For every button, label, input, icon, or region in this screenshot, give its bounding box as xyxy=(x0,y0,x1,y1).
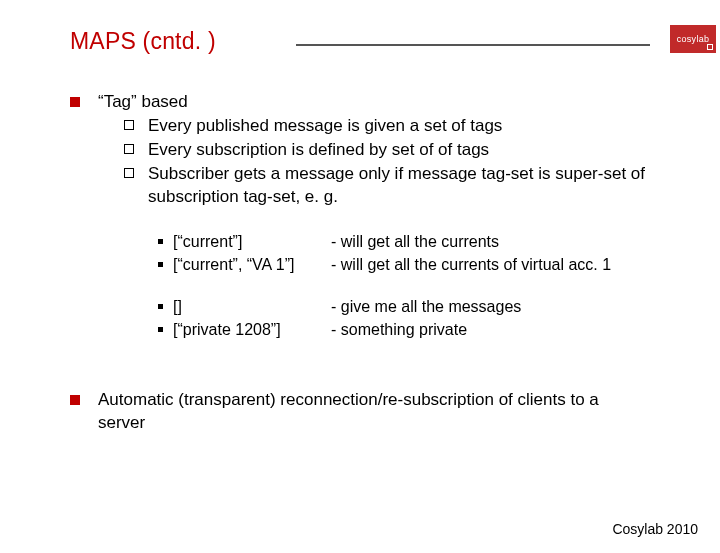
brand-logo: cosylab xyxy=(670,25,716,53)
bullet-text: “Tag” based xyxy=(98,91,650,114)
bullet-level2: Every published message is given a set o… xyxy=(124,115,650,138)
slide: cosylab MAPS (cntd. ) “Tag” based Every … xyxy=(0,0,720,553)
square-bullet-icon xyxy=(70,395,80,405)
example-row: [“current”] - will get all the currents xyxy=(158,231,650,253)
example-group: [“current”] - will get all the currents … xyxy=(158,231,650,276)
open-square-bullet-icon xyxy=(124,120,134,130)
bullet-body: “Tag” based Every published message is g… xyxy=(98,91,650,361)
brand-text: cosylab xyxy=(677,34,710,44)
slide-title: MAPS (cntd. ) xyxy=(70,28,216,55)
bullet-text: Subscriber gets a message only if messag… xyxy=(148,163,650,209)
dot-bullet-icon xyxy=(158,327,163,332)
bullet-level1: “Tag” based Every published message is g… xyxy=(70,91,650,361)
bullet-text: Every published message is given a set o… xyxy=(148,115,650,138)
example-tagset: [“current”] xyxy=(173,231,331,253)
example-tagset: [“private 1208”] xyxy=(173,319,331,341)
bullet-text: Automatic (transparent) reconnection/re-… xyxy=(98,389,650,435)
example-group: [] - give me all the messages [“private … xyxy=(158,296,650,341)
title-underline xyxy=(296,44,650,46)
example-desc: - give me all the messages xyxy=(331,296,650,318)
content: “Tag” based Every published message is g… xyxy=(70,91,650,435)
brand-dot-icon xyxy=(707,44,713,50)
bullet-level1: Automatic (transparent) reconnection/re-… xyxy=(70,389,650,435)
dot-bullet-icon xyxy=(158,239,163,244)
example-desc: - will get all the currents of virtual a… xyxy=(331,254,650,276)
open-square-bullet-icon xyxy=(124,168,134,178)
example-desc: - something private xyxy=(331,319,650,341)
footer-text: Cosylab 2010 xyxy=(612,521,698,537)
examples-block: [“current”] - will get all the currents … xyxy=(158,231,650,341)
open-square-bullet-icon xyxy=(124,144,134,154)
example-tagset: [“current”, “VA 1”] xyxy=(173,254,331,276)
example-tagset: [] xyxy=(173,296,331,318)
dot-bullet-icon xyxy=(158,262,163,267)
example-desc: - will get all the currents xyxy=(331,231,650,253)
bullet-text: Every subscription is defined by set of … xyxy=(148,139,650,162)
example-row: [“private 1208”] - something private xyxy=(158,319,650,341)
title-row: MAPS (cntd. ) xyxy=(70,28,650,55)
dot-bullet-icon xyxy=(158,304,163,309)
example-row: [“current”, “VA 1”] - will get all the c… xyxy=(158,254,650,276)
example-row: [] - give me all the messages xyxy=(158,296,650,318)
bullet-level2: Every subscription is defined by set of … xyxy=(124,139,650,162)
bullet-level2: Subscriber gets a message only if messag… xyxy=(124,163,650,209)
square-bullet-icon xyxy=(70,97,80,107)
